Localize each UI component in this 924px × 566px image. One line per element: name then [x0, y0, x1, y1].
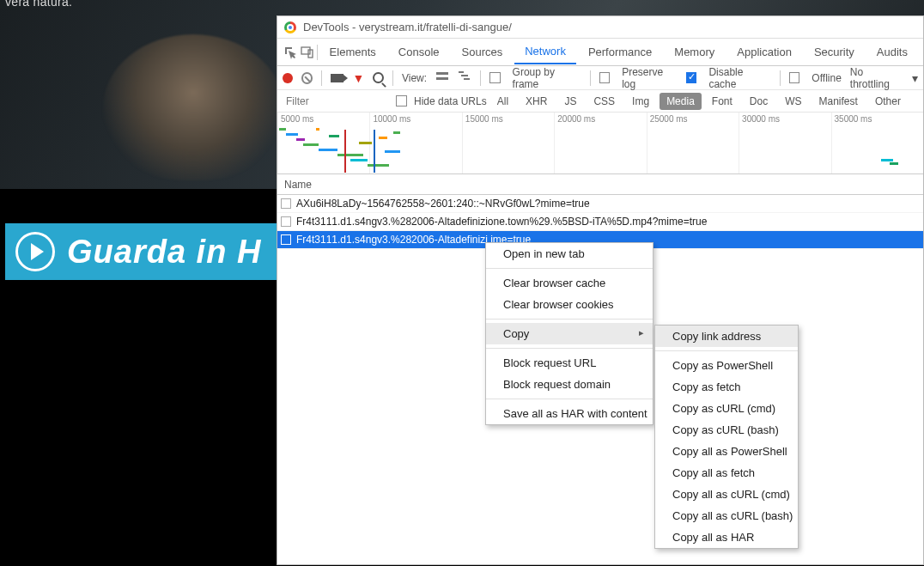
tab-application[interactable]: Application: [726, 40, 802, 64]
context-menu: Open in new tab Clear browser cache Clea…: [485, 242, 653, 425]
type-js[interactable]: JS: [557, 93, 583, 110]
request-name: Fr4t3111.d1.s4ngv3.%282006-Altadefinizio…: [296, 216, 707, 228]
ctx-copy-curl-cmd[interactable]: Copy as cURL (cmd): [655, 398, 798, 419]
tick-label: 20000 ms: [557, 114, 595, 124]
separator: [590, 70, 591, 86]
tab-network[interactable]: Network: [514, 40, 576, 64]
column-header-name[interactable]: Name: [277, 174, 923, 195]
ctx-block-domain[interactable]: Block request domain: [486, 374, 653, 395]
type-doc[interactable]: Doc: [743, 93, 775, 110]
svg-rect-5: [461, 75, 468, 76]
chrome-icon: [284, 21, 296, 33]
tab-elements[interactable]: Elements: [319, 40, 386, 64]
disable-cache-checkbox[interactable]: [686, 72, 697, 83]
search-icon[interactable]: [373, 72, 384, 83]
svg-rect-2: [436, 72, 448, 75]
ctx-block-url[interactable]: Block request URL: [486, 352, 653, 374]
timeline-overview[interactable]: 5000 ms 10000 ms 15000 ms 20000 ms 25000…: [277, 113, 923, 174]
request-name: AXu6iH8LaDy~1564762558~2601:240::~NRvGf0…: [296, 198, 590, 210]
network-toolbar: ▼ View: Group by frame Preserve log Disa…: [277, 66, 923, 90]
ctx-copy-powershell[interactable]: Copy as PowerShell: [655, 355, 798, 376]
timeline-bars: [277, 125, 923, 173]
tab-console[interactable]: Console: [388, 40, 450, 64]
ctx-copy-link-address[interactable]: Copy link address: [655, 326, 798, 347]
group-by-frame-label: Group by frame: [513, 66, 581, 90]
play-icon: [15, 232, 55, 271]
tab-security[interactable]: Security: [804, 40, 865, 64]
tick-label: 15000 ms: [465, 114, 503, 124]
inspect-icon[interactable]: [283, 41, 298, 64]
svg-rect-4: [459, 71, 464, 73]
ctx-copy-all-powershell[interactable]: Copy all as PowerShell: [655, 441, 798, 462]
view-label: View:: [402, 72, 427, 84]
disable-cache-label: Disable cache: [708, 66, 770, 90]
tick-label: 35000 ms: [835, 114, 872, 124]
ctx-copy-all-har[interactable]: Copy all as HAR: [655, 526, 798, 548]
devtools-tab-row: Elements Console Sources Network Perform…: [277, 39, 923, 66]
separator: [480, 70, 481, 86]
type-media[interactable]: Media: [660, 93, 702, 110]
watch-label: Guarda in H: [67, 234, 261, 271]
device-toggle-icon[interactable]: [300, 41, 315, 64]
view-waterfall-icon[interactable]: [458, 70, 471, 86]
filter-input[interactable]: [281, 93, 392, 110]
file-icon: [281, 198, 291, 209]
ctx-copy-curl-bash[interactable]: Copy as cURL (bash): [655, 419, 798, 441]
throttling-select[interactable]: No throttling: [850, 66, 903, 90]
tick-label: 30000 ms: [742, 114, 780, 124]
ctx-copy-fetch[interactable]: Copy as fetch: [655, 376, 798, 398]
ctx-copy-all-fetch[interactable]: Copy all as fetch: [655, 462, 798, 484]
file-icon: [281, 216, 291, 227]
face-image: [103, 34, 283, 180]
tab-audits[interactable]: Audits: [866, 40, 918, 64]
tab-performance[interactable]: Performance: [578, 40, 662, 64]
svg-rect-3: [436, 77, 448, 80]
ctx-copy-all-curl-bash[interactable]: Copy all as cURL (bash): [655, 505, 798, 526]
type-all[interactable]: All: [490, 93, 515, 110]
filter-row: Hide data URLs All XHR JS CSS Img Media …: [277, 90, 923, 113]
ctx-clear-cache[interactable]: Clear browser cache: [486, 272, 653, 294]
separator: [317, 45, 318, 60]
throttling-dropdown-icon[interactable]: ▾: [912, 71, 918, 85]
tab-memory[interactable]: Memory: [664, 40, 725, 64]
preserve-log-checkbox[interactable]: [599, 72, 611, 83]
devtools-titlebar: DevTools - verystream.it/fratelli-di-san…: [277, 16, 923, 39]
clear-icon[interactable]: [301, 72, 313, 84]
network-row[interactable]: AXu6iH8LaDy~1564762558~2601:240::~NRvGf0…: [277, 195, 923, 213]
filter-icon[interactable]: ▼: [352, 71, 364, 85]
ctx-copy-submenu[interactable]: Copy: [486, 323, 653, 344]
record-icon[interactable]: [283, 73, 293, 83]
watch-hd-button[interactable]: Guarda in H: [5, 223, 277, 280]
tick-label: 5000 ms: [281, 114, 313, 124]
ctx-copy-all-curl-cmd[interactable]: Copy all as cURL (cmd): [655, 484, 798, 505]
overlay-caption: vera natura.: [5, 0, 72, 9]
type-manifest[interactable]: Manifest: [812, 93, 865, 110]
separator: [321, 70, 322, 86]
ctx-save-har[interactable]: Save all as HAR with content: [486, 403, 653, 424]
preserve-log-label: Preserve log: [622, 66, 678, 90]
tab-sources[interactable]: Sources: [452, 40, 514, 64]
type-other[interactable]: Other: [868, 93, 908, 110]
file-icon: [281, 234, 291, 245]
ctx-clear-cookies[interactable]: Clear browser cookies: [486, 294, 653, 315]
offline-label: Offline: [812, 72, 841, 84]
devtools-title-text: DevTools - verystream.it/fratelli-di-san…: [303, 21, 512, 33]
type-font[interactable]: Font: [705, 93, 739, 110]
copy-submenu: Copy link address Copy as PowerShell Cop…: [654, 325, 799, 549]
screenshot-icon[interactable]: [331, 74, 343, 82]
tick-label: 10000 ms: [373, 114, 410, 124]
tick-label: 25000 ms: [650, 114, 688, 124]
offline-checkbox[interactable]: [789, 72, 800, 83]
type-css[interactable]: CSS: [587, 93, 622, 110]
separator: [392, 70, 393, 86]
view-large-icon[interactable]: [435, 70, 449, 86]
type-img[interactable]: Img: [625, 93, 656, 110]
group-by-frame-checkbox[interactable]: [489, 72, 501, 83]
svg-rect-6: [464, 78, 470, 80]
hide-data-urls-checkbox[interactable]: [396, 95, 407, 107]
type-xhr[interactable]: XHR: [519, 93, 554, 110]
network-row[interactable]: Fr4t3111.d1.s4ngv3.%282006-Altadefinizio…: [277, 213, 923, 231]
separator: [780, 70, 781, 86]
type-ws[interactable]: WS: [778, 93, 808, 110]
ctx-open-new-tab[interactable]: Open in new tab: [486, 243, 653, 265]
